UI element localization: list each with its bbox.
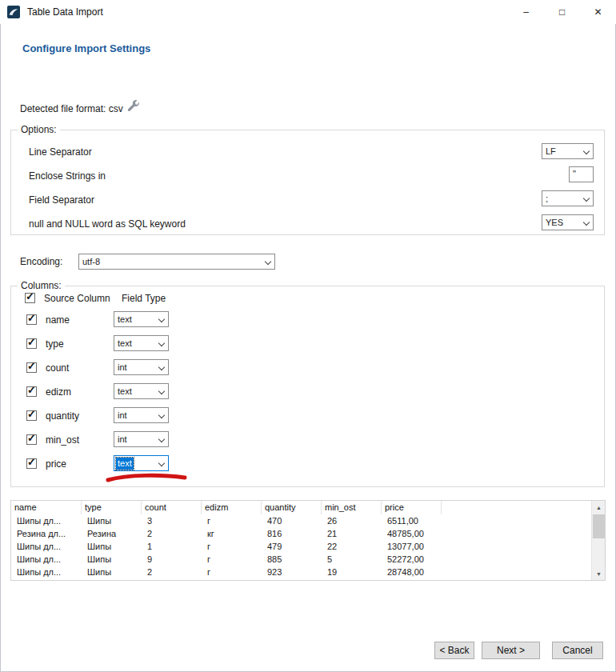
vertical-scrollbar[interactable]: ▲ ▼	[591, 501, 605, 580]
column-checkbox-edizm[interactable]: ✓	[26, 386, 37, 397]
scroll-up-icon[interactable]: ▲	[592, 501, 606, 514]
chevron-down-icon	[583, 195, 590, 202]
null-keyword-value: YES	[546, 217, 563, 229]
line-separator-select[interactable]: LF	[542, 143, 594, 159]
preview-header-quantity: quantity	[262, 501, 322, 514]
annotation-underline	[104, 471, 189, 484]
source-column-header: Source Column	[44, 293, 110, 304]
cancel-button[interactable]: Cancel	[552, 642, 603, 659]
field-type-select-quantity[interactable]: int	[114, 407, 169, 423]
select-all-checkbox[interactable]: ✓	[25, 293, 35, 303]
cell-name: Шипы дл...	[11, 540, 82, 553]
cell-price: 52272,00	[382, 553, 442, 566]
close-button[interactable]: ✕	[580, 0, 616, 24]
columns-group: Columns: ✓ Source Column Field Type ✓ na…	[10, 286, 605, 487]
chevron-down-icon	[158, 388, 165, 394]
encoding-select[interactable]: utf-8	[78, 254, 275, 270]
chevron-down-icon	[265, 258, 271, 265]
field-type-select-name[interactable]: text	[114, 311, 169, 327]
field-type-value-count: int	[118, 362, 127, 374]
column-label-quantity: quantity	[46, 410, 79, 422]
minimize-button[interactable]: –	[508, 0, 544, 24]
chevron-down-icon	[158, 364, 165, 370]
column-checkbox-name[interactable]: ✓	[26, 314, 37, 325]
check-icon: ✓	[27, 408, 36, 420]
maximize-button[interactable]: □	[544, 0, 580, 24]
cell-type: Шипы	[82, 566, 142, 578]
null-keyword-select[interactable]: YES	[542, 214, 594, 230]
cell-type: Шипы	[82, 514, 142, 527]
wrench-icon[interactable]	[126, 99, 141, 114]
options-group: Options: Line Separator LF Enclose Strin…	[10, 130, 605, 235]
field-type-select-price[interactable]: text	[114, 455, 169, 471]
back-button[interactable]: < Back	[434, 642, 474, 659]
cell-name: Шипы дл...	[11, 514, 82, 527]
cell-price: 28748,00	[382, 566, 442, 578]
cell-type: Шипы	[82, 553, 142, 566]
cell-count: 9	[142, 553, 202, 566]
field-separator-label: Field Separator	[29, 194, 94, 206]
null-keyword-label: null and NULL word as SQL keyword	[29, 218, 186, 230]
preview-header-count: count	[142, 501, 202, 514]
cell-name: Резина дл...	[11, 527, 82, 540]
chevron-down-icon	[158, 412, 165, 418]
column-checkbox-quantity[interactable]: ✓	[26, 410, 37, 421]
field-separator-select[interactable]: ;	[542, 190, 594, 206]
column-checkbox-count[interactable]: ✓	[26, 362, 37, 373]
field-type-select-min-ost[interactable]: int	[114, 431, 169, 447]
preview-header-edizm: edizm	[202, 501, 262, 514]
mysql-workbench-icon	[7, 6, 20, 18]
table-row: Резина дл... Резина 2 кг 816 21 48785,00	[11, 527, 593, 540]
check-icon: ✓	[27, 456, 36, 468]
field-type-select-edizm[interactable]: text	[114, 383, 169, 399]
next-button[interactable]: Next >	[482, 642, 540, 659]
table-data-import-window: { "window": { "title": "Table Data Impor…	[0, 0, 616, 672]
window-title: Table Data Import	[27, 6, 103, 18]
column-checkbox-type[interactable]: ✓	[26, 338, 37, 349]
field-separator-value: ;	[546, 193, 548, 205]
cell-name: Шипы дл...	[11, 566, 82, 578]
options-legend: Options:	[18, 124, 60, 135]
field-type-value-quantity: int	[118, 410, 127, 422]
table-row: Шипы дл... Шипы 1 г 479 22 13077,00	[11, 540, 593, 553]
field-type-select-type[interactable]: text	[114, 335, 169, 351]
cell-price: 6511,00	[382, 514, 442, 527]
cell-count: 1	[142, 540, 202, 553]
table-row: Шипы дл... Шипы 9 г 885 5 52272,00	[11, 553, 593, 566]
cell-price: 48785,00	[382, 527, 442, 540]
scrollbar-thumb[interactable]	[593, 514, 605, 538]
cell-edizm: г	[202, 514, 262, 527]
preview-header-name: name	[11, 501, 82, 514]
column-label-name: name	[46, 314, 70, 326]
column-label-type: type	[46, 338, 64, 350]
preview-table: name type count edizm quantity min_ost p…	[10, 500, 606, 581]
preview-header-min-ost: min_ost	[322, 501, 382, 514]
cell-min-ost: 26	[322, 514, 382, 527]
cell-quantity: 479	[262, 540, 322, 553]
cell-min-ost: 19	[322, 566, 382, 578]
column-checkbox-min-ost[interactable]: ✓	[26, 434, 37, 445]
encoding-label: Encoding:	[20, 256, 62, 267]
check-icon: ✓	[26, 290, 34, 302]
field-type-select-count[interactable]: int	[114, 359, 169, 375]
preview-header-type: type	[82, 501, 142, 514]
field-type-header: Field Type	[122, 293, 166, 304]
cell-price: 13077,00	[382, 540, 442, 553]
check-icon: ✓	[27, 432, 36, 444]
column-checkbox-price[interactable]: ✓	[26, 458, 37, 469]
field-type-value-name: text	[118, 314, 132, 326]
column-label-price: price	[46, 458, 66, 470]
preview-header-filler	[442, 501, 593, 514]
field-type-value-price: text	[116, 458, 134, 470]
title-bar: Table Data Import – □ ✕	[0, 0, 616, 24]
cell-edizm: г	[202, 566, 262, 578]
encoding-value: utf-8	[82, 256, 100, 268]
enclose-strings-input[interactable]: "	[569, 166, 594, 182]
field-type-value-edizm: text	[118, 386, 132, 398]
field-type-value-min-ost: int	[118, 434, 127, 446]
line-separator-value: LF	[546, 146, 556, 158]
chevron-down-icon	[158, 316, 165, 322]
detected-file-format-label: Detected file format: csv	[20, 103, 123, 114]
field-type-value-type: text	[118, 338, 132, 350]
scroll-down-icon[interactable]: ▼	[592, 567, 606, 580]
